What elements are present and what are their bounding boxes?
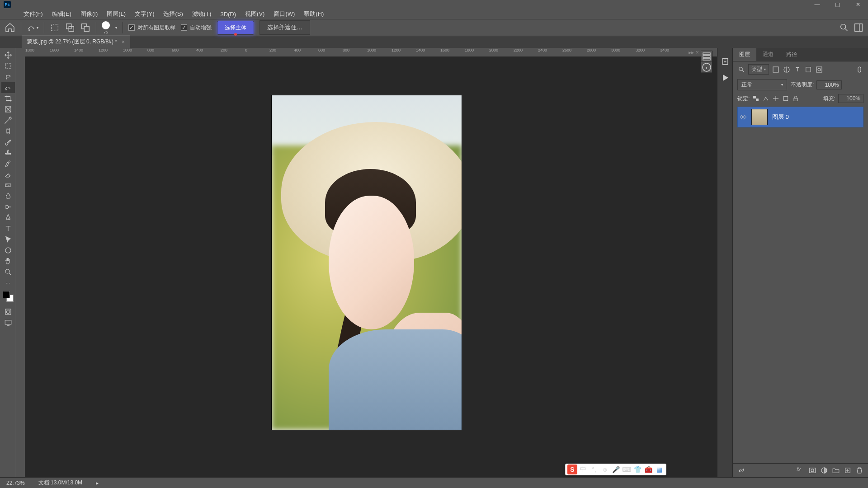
layer-filter-search-icon[interactable]	[737, 66, 745, 74]
adjustment-layer-icon[interactable]	[820, 466, 828, 474]
lock-image-icon[interactable]	[762, 95, 769, 102]
filter-smart-icon[interactable]	[815, 66, 823, 74]
fill-input[interactable]: 100%	[838, 94, 863, 103]
zoom-level[interactable]: 22.73%	[6, 480, 25, 486]
filter-type-icon[interactable]: T	[793, 66, 802, 74]
ime-emoji-icon[interactable]: ☺	[600, 465, 610, 474]
menu-layer[interactable]: 图层(L)	[102, 9, 130, 19]
menu-image[interactable]: 图像(I)	[76, 9, 102, 19]
subtract-selection-icon[interactable]	[80, 23, 90, 33]
layer-row[interactable]: 图层 0	[737, 107, 863, 127]
ime-voice-icon[interactable]: 🎤	[611, 465, 621, 474]
layer-fx-icon[interactable]: fx	[797, 466, 805, 474]
brush-tool[interactable]	[1, 136, 15, 147]
lock-transparency-icon[interactable]	[752, 95, 760, 102]
shape-tool[interactable]	[1, 245, 15, 256]
ime-punct-icon[interactable]: °,	[589, 465, 599, 474]
gradient-tool[interactable]	[1, 180, 15, 191]
collapse-panel-icon[interactable]: ▸▸	[689, 49, 694, 56]
eyedropper-tool[interactable]	[1, 115, 15, 126]
menu-filter[interactable]: 滤镜(T)	[188, 9, 216, 19]
lasso-tool[interactable]	[1, 71, 15, 82]
add-selection-icon[interactable]	[65, 23, 75, 33]
document-tab[interactable]: 蒙版.jpg @ 22.7% (图层 0, RGB/8#) * ×	[22, 35, 130, 48]
history-brush-tool[interactable]	[1, 158, 15, 169]
new-layer-icon[interactable]	[844, 466, 852, 474]
close-tab-icon[interactable]: ×	[122, 39, 125, 45]
path-selection-tool[interactable]	[1, 234, 15, 245]
blur-tool[interactable]	[1, 191, 15, 202]
filter-shape-icon[interactable]	[804, 66, 812, 74]
document-info[interactable]: 文档:13.0M/13.0M	[38, 479, 82, 487]
ime-language-button[interactable]: 中	[578, 465, 588, 474]
ime-skin-icon[interactable]: 👕	[632, 465, 642, 474]
paths-tab[interactable]: 路径	[780, 48, 803, 61]
lock-artboard-icon[interactable]	[782, 95, 789, 102]
ruler-origin[interactable]	[16, 48, 25, 57]
filter-adjust-icon[interactable]	[783, 66, 791, 74]
dodge-tool[interactable]	[1, 202, 15, 212]
menu-3d[interactable]: 3D(D)	[216, 9, 241, 19]
search-icon[interactable]	[839, 23, 849, 33]
info-panel-icon[interactable]	[701, 62, 712, 73]
sample-all-layers-checkbox[interactable]: ✓ 对所有图层取样	[128, 24, 175, 32]
lock-position-icon[interactable]	[772, 95, 779, 102]
workspace-switcher-icon[interactable]	[854, 23, 863, 33]
history-panel-icon[interactable]	[721, 57, 730, 66]
menu-select[interactable]: 选择(S)	[159, 9, 187, 19]
brush-preset-picker[interactable]: 75	[102, 21, 110, 34]
dropdown-icon[interactable]: ▾	[115, 26, 117, 30]
screen-mode-tool[interactable]	[1, 317, 15, 328]
opacity-input[interactable]: 100%	[816, 80, 842, 89]
marquee-tool[interactable]	[1, 61, 15, 71]
menu-help[interactable]: 帮助(H)	[299, 9, 328, 19]
menu-file[interactable]: 文件(F)	[19, 9, 47, 19]
type-tool[interactable]	[1, 223, 15, 234]
crop-tool[interactable]	[1, 93, 15, 104]
filter-pixel-icon[interactable]	[772, 66, 780, 74]
select-subject-button[interactable]: 选择主体	[217, 21, 254, 35]
ime-toolbox-icon[interactable]: 🧰	[643, 465, 653, 474]
properties-panel-icon[interactable]	[701, 51, 712, 62]
layer-visibility-icon[interactable]	[740, 113, 747, 121]
current-tool-icon[interactable]: ▾	[27, 22, 38, 33]
document-canvas[interactable]	[272, 95, 462, 430]
zoom-tool[interactable]	[1, 267, 15, 277]
menu-view[interactable]: 视图(V)	[241, 9, 269, 19]
delete-layer-icon[interactable]	[855, 466, 863, 474]
edit-toolbar-icon[interactable]: ···	[1, 277, 15, 288]
layers-tab[interactable]: 图层	[733, 48, 756, 61]
select-and-mask-button[interactable]: 选择并遮住…	[259, 20, 310, 35]
new-selection-icon[interactable]	[50, 23, 60, 33]
menu-type[interactable]: 文字(Y)	[130, 9, 159, 19]
move-tool[interactable]	[1, 50, 15, 61]
pen-tool[interactable]	[1, 212, 15, 223]
window-close-button[interactable]: ✕	[848, 0, 868, 9]
link-layers-icon[interactable]	[737, 466, 745, 474]
color-swatches[interactable]	[3, 291, 14, 302]
hand-tool[interactable]	[1, 256, 15, 267]
ime-toolbar[interactable]: S 中 °, ☺ 🎤 ⌨ 👕 🧰 ▦	[565, 464, 666, 475]
layer-mask-icon[interactable]	[808, 466, 816, 474]
status-more-icon[interactable]: ▸	[96, 480, 99, 486]
canvas-area[interactable]: 1800160014001200100080060040020002004006…	[16, 48, 717, 477]
horizontal-ruler[interactable]: 1800160014001200100080060040020002004006…	[25, 48, 717, 57]
frame-tool[interactable]	[1, 104, 15, 115]
healing-brush-tool[interactable]	[1, 126, 15, 136]
quick-mask-tool[interactable]	[1, 306, 15, 317]
filter-toggle-switch[interactable]	[855, 66, 863, 74]
auto-enhance-checkbox[interactable]: ✓ 自动增强	[181, 24, 212, 32]
home-button[interactable]	[5, 22, 15, 33]
menu-edit[interactable]: 编辑(E)	[47, 9, 76, 19]
layer-thumbnail[interactable]	[751, 109, 768, 125]
clone-stamp-tool[interactable]	[1, 147, 15, 158]
window-minimize-button[interactable]: —	[807, 0, 827, 9]
ime-menu-icon[interactable]: ▦	[654, 465, 664, 474]
blend-mode-select[interactable]: 正常▾	[737, 79, 787, 90]
layer-filter-type-select[interactable]: 类型▾	[748, 64, 769, 75]
quick-selection-tool[interactable]	[1, 82, 15, 93]
menu-window[interactable]: 窗口(W)	[269, 9, 299, 19]
close-panel-icon[interactable]: ×	[696, 49, 699, 56]
foreground-color-swatch[interactable]	[3, 291, 10, 298]
channels-tab[interactable]: 通道	[756, 48, 780, 61]
